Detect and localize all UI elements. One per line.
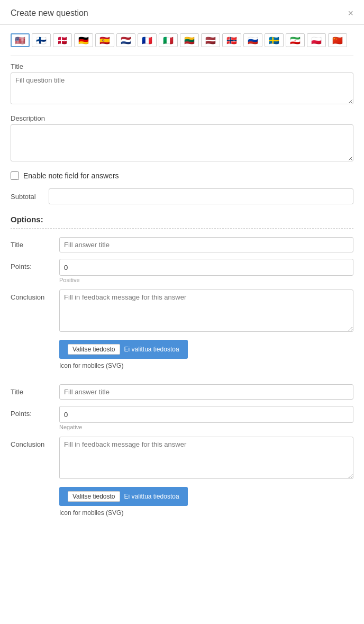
option-title-content-1 bbox=[59, 384, 353, 400]
option-conclusion-label-1: Conclusion bbox=[11, 437, 53, 448]
file-upload-button-1[interactable]: Valitse tiedosto Ei valittua tiedostoa bbox=[59, 487, 188, 506]
flag-no[interactable]: 🇳🇴 bbox=[222, 33, 241, 47]
flag-es[interactable]: 🇪🇸 bbox=[95, 33, 114, 47]
option-block-0: Title Points: Positive Conclusion bbox=[11, 237, 353, 384]
option-conclusion-content-1 bbox=[59, 437, 353, 481]
file-no-file-label-1: Ei valittua tiedostoa bbox=[124, 493, 179, 500]
flag-zh[interactable]: 🇨🇳 bbox=[328, 33, 347, 47]
flag-fa[interactable]: 🇮🇷 bbox=[286, 33, 305, 47]
flag-fr[interactable]: 🇫🇷 bbox=[138, 33, 157, 47]
flag-it[interactable]: 🇮🇹 bbox=[159, 33, 178, 47]
option-title-label-0: Title bbox=[11, 237, 53, 249]
description-input[interactable] bbox=[11, 124, 353, 161]
option-points-input-1[interactable] bbox=[59, 406, 353, 423]
modal: Create new question × 🇺🇸🇫🇮🇩🇰🇩🇪🇪🇸🇳🇱🇫🇷🇮🇹🇱🇹… bbox=[0, 0, 364, 540]
option-points-label-1: Points: bbox=[11, 406, 53, 418]
option-conclusion-wrapper-0 bbox=[59, 290, 353, 333]
option-file-label-spacer-1 bbox=[11, 487, 53, 491]
file-upload-button-0[interactable]: Valitse tiedosto Ei valittua tiedostoa bbox=[59, 340, 188, 359]
option-points-content-0: Positive bbox=[59, 259, 353, 283]
option-points-content-1: Negative bbox=[59, 406, 353, 430]
option-conclusion-label-0: Conclusion bbox=[11, 290, 53, 301]
option-file-label-spacer-0 bbox=[11, 340, 53, 343]
option-points-hint-1: Negative bbox=[59, 424, 353, 430]
option-conclusion-input-1[interactable] bbox=[59, 437, 353, 479]
flag-lv[interactable]: 🇱🇻 bbox=[201, 33, 220, 47]
options-container: Title Points: Positive Conclusion bbox=[11, 237, 353, 531]
description-label: Description bbox=[11, 114, 353, 122]
file-choose-label-1: Valitse tiedosto bbox=[68, 491, 120, 502]
option-points-row-1: Points: Negative bbox=[11, 406, 353, 430]
icon-label-0: Icon for mobiles (SVG) bbox=[59, 362, 353, 369]
flag-pl[interactable]: 🇵🇱 bbox=[307, 33, 326, 47]
option-title-input-0[interactable] bbox=[59, 237, 353, 252]
flag-sv[interactable]: 🇸🇪 bbox=[265, 33, 284, 47]
description-wrapper bbox=[11, 124, 353, 163]
subtotal-row: Subtotal bbox=[11, 188, 353, 204]
title-wrapper bbox=[11, 73, 353, 106]
option-conclusion-row-1: Conclusion bbox=[11, 437, 353, 481]
flag-en[interactable]: 🇺🇸 bbox=[11, 33, 30, 47]
flag-fi[interactable]: 🇫🇮 bbox=[32, 33, 51, 47]
subtotal-label: Subtotal bbox=[11, 193, 42, 201]
option-file-content-1: Valitse tiedosto Ei valittua tiedostoa I… bbox=[59, 487, 353, 517]
flag-ru[interactable]: 🇷🇺 bbox=[243, 33, 262, 47]
option-points-label-0: Points: bbox=[11, 259, 53, 270]
option-conclusion-row-0: Conclusion bbox=[11, 290, 353, 333]
file-choose-label-0: Valitse tiedosto bbox=[68, 344, 120, 355]
enable-note-row: Enable note field for answers bbox=[11, 171, 353, 180]
option-conclusion-input-0[interactable] bbox=[59, 290, 353, 332]
option-title-row-0: Title bbox=[11, 237, 353, 252]
subtotal-input[interactable] bbox=[49, 188, 353, 204]
close-button[interactable]: × bbox=[348, 8, 353, 18]
file-no-file-label-0: Ei valittua tiedostoa bbox=[124, 346, 179, 353]
enable-note-label: Enable note field for answers bbox=[23, 171, 119, 180]
options-divider bbox=[11, 228, 353, 229]
icon-label-1: Icon for mobiles (SVG) bbox=[59, 509, 353, 517]
option-title-row-1: Title bbox=[11, 384, 353, 400]
option-title-label-1: Title bbox=[11, 384, 53, 396]
option-file-content-0: Valitse tiedosto Ei valittua tiedostoa I… bbox=[59, 340, 353, 369]
description-group: Description bbox=[11, 114, 353, 163]
title-group: Title bbox=[11, 62, 353, 106]
option-points-input-0[interactable] bbox=[59, 259, 353, 276]
flag-nl[interactable]: 🇳🇱 bbox=[116, 33, 135, 47]
option-title-input-1[interactable] bbox=[59, 384, 353, 400]
flag-de[interactable]: 🇩🇪 bbox=[74, 33, 93, 47]
option-file-row-0: Valitse tiedosto Ei valittua tiedostoa I… bbox=[11, 340, 353, 369]
options-header: Options: bbox=[11, 215, 353, 224]
flag-lt[interactable]: 🇱🇹 bbox=[180, 33, 199, 47]
title-input[interactable] bbox=[11, 73, 353, 104]
modal-title: Create new question bbox=[11, 8, 88, 18]
divider bbox=[11, 56, 353, 56]
option-conclusion-wrapper-1 bbox=[59, 437, 353, 481]
flag-da[interactable]: 🇩🇰 bbox=[53, 33, 72, 47]
title-label: Title bbox=[11, 62, 353, 70]
modal-body: 🇺🇸🇫🇮🇩🇰🇩🇪🇪🇸🇳🇱🇫🇷🇮🇹🇱🇹🇱🇻🇳🇴🇷🇺🇸🇪🇮🇷🇵🇱🇨🇳 Title D… bbox=[0, 25, 364, 540]
option-points-row-0: Points: Positive bbox=[11, 259, 353, 283]
option-conclusion-content-0 bbox=[59, 290, 353, 333]
language-flags: 🇺🇸🇫🇮🇩🇰🇩🇪🇪🇸🇳🇱🇫🇷🇮🇹🇱🇹🇱🇻🇳🇴🇷🇺🇸🇪🇮🇷🇵🇱🇨🇳 bbox=[11, 33, 353, 47]
option-file-row-1: Valitse tiedosto Ei valittua tiedostoa I… bbox=[11, 487, 353, 517]
enable-note-checkbox[interactable] bbox=[11, 171, 19, 180]
option-points-hint-0: Positive bbox=[59, 277, 353, 283]
option-block-1: Title Points: Negative Conclusion bbox=[11, 384, 353, 531]
modal-header: Create new question × bbox=[0, 0, 364, 25]
option-title-content-0 bbox=[59, 237, 353, 252]
